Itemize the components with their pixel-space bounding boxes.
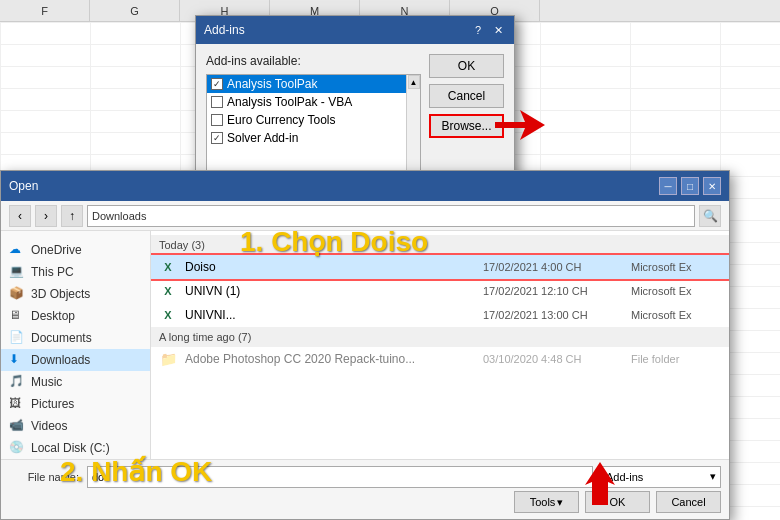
addins-titlebar-buttons: ? ✕: [470, 22, 506, 38]
sidebar-item-this-pc[interactable]: 💻 This PC: [1, 261, 150, 283]
file-explorer-title: Open: [9, 179, 38, 193]
arrow-to-browse: [490, 105, 550, 145]
file-type-doiso: Microsoft Ex: [631, 261, 721, 273]
sidebar-label-videos: Videos: [31, 419, 67, 433]
fe-toolbar: ‹ › ↑ Downloads 🔍: [1, 201, 729, 231]
thispc-icon: 💻: [9, 264, 25, 280]
file-type-photoshop: File folder: [631, 353, 721, 365]
fe-tools-label: Tools: [530, 496, 556, 508]
file-row-photoshop[interactable]: 📁 Adobe Photoshop CC 2020 Repack-tuino..…: [151, 347, 729, 371]
sidebar-item-3d-objects[interactable]: 📦 3D Objects: [1, 283, 150, 305]
file-name-doiso: Doiso: [185, 260, 475, 274]
addins-item-label: Euro Currency Tools: [227, 113, 336, 127]
desktop-icon: 🖥: [9, 308, 25, 324]
fe-content: ☁ OneDrive 💻 This PC 📦 3D Objects 🖥 Desk…: [1, 231, 729, 459]
arrow-to-ok: [570, 457, 630, 507]
file-name-photoshop: Adobe Photoshop CC 2020 Repack-tuino...: [185, 352, 475, 366]
file-date-univni: 17/02/2021 13:00 CH: [483, 309, 623, 321]
file-date-univn1: 17/02/2021 12:10 CH: [483, 285, 623, 297]
fe-titlebar-buttons: ─ □ ✕: [659, 177, 721, 195]
file-row-univni[interactable]: X UNIVNI... 17/02/2021 13:00 CH Microsof…: [151, 303, 729, 327]
sidebar-item-pictures[interactable]: 🖼 Pictures: [1, 393, 150, 415]
fe-maximize-btn[interactable]: □: [681, 177, 699, 195]
file-explorer-titlebar: Open ─ □ ✕: [1, 171, 729, 201]
sidebar-item-music[interactable]: 🎵 Music: [1, 371, 150, 393]
fe-search-btn[interactable]: 🔍: [699, 205, 721, 227]
sidebar-label-music: Music: [31, 375, 62, 389]
sidebar-label-3dobjects: 3D Objects: [31, 287, 90, 301]
sidebar-label-pictures: Pictures: [31, 397, 74, 411]
sidebar-item-documents[interactable]: 📄 Documents: [1, 327, 150, 349]
fe-main-area: Today (3) X Doiso 17/02/2021 4:00 CH Mic…: [151, 231, 729, 459]
sidebar-label-localdisk: Local Disk (C:): [31, 441, 110, 455]
fe-back-btn[interactable]: ‹: [9, 205, 31, 227]
sidebar-item-downloads[interactable]: ⬇ Downloads: [1, 349, 150, 371]
file-date-photoshop: 03/10/2020 4:48 CH: [483, 353, 623, 365]
addins-title: Add-ins: [204, 23, 245, 37]
sidebar-label-downloads: Downloads: [31, 353, 90, 367]
col-f: F: [0, 0, 90, 21]
fe-tools-chevron: ▾: [557, 496, 563, 509]
excel-icon-univn1: X: [159, 282, 177, 300]
file-name-univni: UNIVNI...: [185, 308, 475, 322]
addins-item-solver[interactable]: ✓ Solver Add-in: [207, 129, 420, 147]
music-icon: 🎵: [9, 374, 25, 390]
addins-checkbox-euro[interactable]: [211, 114, 223, 126]
fe-longtime-label: A long time ago (7): [159, 331, 251, 343]
sidebar-label-documents: Documents: [31, 331, 92, 345]
addins-item-label: Analysis ToolPak - VBA: [227, 95, 352, 109]
excel-icon-doiso: X: [159, 258, 177, 276]
addins-item-toolpak-vba[interactable]: Analysis ToolPak - VBA: [207, 93, 420, 111]
fe-filetype-chevron: ▾: [710, 470, 716, 483]
excel-icon-univni: X: [159, 306, 177, 324]
sidebar-item-desktop[interactable]: 🖥 Desktop: [1, 305, 150, 327]
sidebar-label-desktop: Desktop: [31, 309, 75, 323]
col-g: G: [90, 0, 180, 21]
downloads-icon: ⬇: [9, 352, 25, 368]
addins-checkbox-toolpak-vba[interactable]: [211, 96, 223, 108]
pictures-icon: 🖼: [9, 396, 25, 412]
onedrive-icon: ☁: [9, 242, 25, 258]
folder-icon-photoshop: 📁: [159, 350, 177, 368]
file-type-univn1: Microsoft Ex: [631, 285, 721, 297]
sidebar-label-onedrive: OneDrive: [31, 243, 82, 257]
videos-icon: 📹: [9, 418, 25, 434]
fe-cancel-btn[interactable]: Cancel: [656, 491, 721, 513]
sidebar-item-videos[interactable]: 📹 Videos: [1, 415, 150, 437]
addins-close-btn[interactable]: ✕: [490, 22, 506, 38]
addins-checkbox-analysis-toolpak[interactable]: ✓: [211, 78, 223, 90]
addins-titlebar: Add-ins ? ✕: [196, 16, 514, 44]
file-type-univni: Microsoft Ex: [631, 309, 721, 321]
addins-item-label: Analysis ToolPak: [227, 77, 318, 91]
addins-item-euro[interactable]: Euro Currency Tools: [207, 111, 420, 129]
file-row-doiso[interactable]: X Doiso 17/02/2021 4:00 CH Microsoft Ex: [151, 255, 729, 279]
svg-marker-0: [495, 110, 545, 140]
fe-path-text: Downloads: [92, 210, 146, 222]
documents-icon: 📄: [9, 330, 25, 346]
addins-item-label: Solver Add-in: [227, 131, 298, 145]
sidebar-label-thispc: This PC: [31, 265, 74, 279]
addins-help-btn[interactable]: ?: [470, 22, 486, 38]
fe-close-btn[interactable]: ✕: [703, 177, 721, 195]
file-row-univn1[interactable]: X UNIVN (1) 17/02/2021 12:10 CH Microsof…: [151, 279, 729, 303]
fe-path-bar[interactable]: Downloads: [87, 205, 695, 227]
sidebar-item-local-disk[interactable]: 💿 Local Disk (C:): [1, 437, 150, 459]
objects3d-icon: 📦: [9, 286, 25, 302]
localdisk-icon: 💿: [9, 440, 25, 456]
fe-today-label: Today (3): [159, 239, 205, 251]
fe-filename-input[interactable]: [87, 466, 593, 488]
fe-longtime-header: A long time ago (7): [151, 327, 729, 347]
addins-checkbox-solver[interactable]: ✓: [211, 132, 223, 144]
addins-available-label: Add-ins available:: [206, 54, 421, 68]
svg-marker-1: [585, 462, 615, 505]
fe-minimize-btn[interactable]: ─: [659, 177, 677, 195]
fe-forward-btn[interactable]: ›: [35, 205, 57, 227]
addins-ok-btn[interactable]: OK: [429, 54, 504, 78]
file-date-doiso: 17/02/2021 4:00 CH: [483, 261, 623, 273]
fe-filename-label: File name:: [9, 471, 79, 483]
scroll-up-btn[interactable]: ▲: [408, 75, 420, 89]
sidebar-item-onedrive[interactable]: ☁ OneDrive: [1, 239, 150, 261]
fe-sidebar: ☁ OneDrive 💻 This PC 📦 3D Objects 🖥 Desk…: [1, 231, 151, 459]
fe-up-btn[interactable]: ↑: [61, 205, 83, 227]
addins-item-analysis-toolpak[interactable]: ✓ Analysis ToolPak: [207, 75, 420, 93]
